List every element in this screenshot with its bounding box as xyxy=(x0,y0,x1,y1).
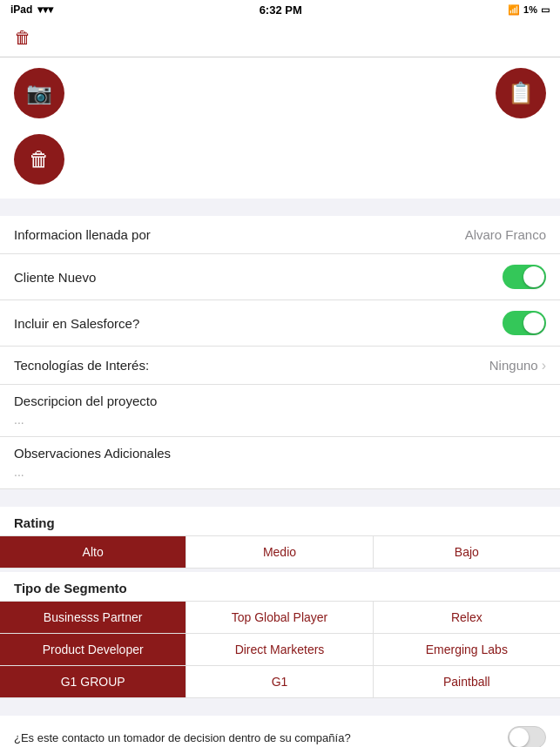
segmento-row2: Product Developer Direct Marketers Emerg… xyxy=(0,634,560,666)
info-label: Informacion llenada por xyxy=(14,227,151,242)
rating-grid: Alto Medio Bajo xyxy=(0,536,560,569)
camera-icon: 📷 xyxy=(26,81,52,105)
salesforce-label: Incluir en Salesforce? xyxy=(14,316,139,331)
battery-percent: 1% xyxy=(523,4,537,15)
action-area-row2: 🗑 xyxy=(0,129,560,199)
rating-title: Rating xyxy=(0,507,560,536)
segmento-row3: G1 GROUP G1 Paintball xyxy=(0,666,560,698)
status-left: iPad ▾▾▾ xyxy=(10,3,53,16)
status-time: 6:32 PM xyxy=(260,3,302,17)
trash-icon: 🗑 xyxy=(29,147,50,172)
descripcion-value: ... xyxy=(14,413,24,427)
notes-button[interactable]: 📋 xyxy=(496,68,546,118)
segmento-row1: Businesss Partner Top Global Player Rele… xyxy=(0,602,560,634)
cliente-toggle[interactable] xyxy=(503,265,546,289)
trash-button[interactable]: 🗑 xyxy=(14,134,64,185)
info-value: Alvaro Franco xyxy=(465,227,546,242)
camera-button[interactable]: 📷 xyxy=(14,68,64,118)
descripcion-label: Descripcion del proyecto xyxy=(14,394,546,408)
form-section: Informacion llenada por Alvaro Franco Cl… xyxy=(0,216,560,489)
rating-section: Rating Alto Medio Bajo xyxy=(0,507,560,569)
seg-top-global[interactable]: Top Global Player xyxy=(186,602,373,633)
salesforce-row: Incluir en Salesforce? xyxy=(0,300,560,347)
descripcion-row: Descripcion del proyecto ... xyxy=(0,385,560,437)
nav-trash-icon[interactable]: 🗑 xyxy=(10,26,35,50)
decision-label: ¿Es este contacto un tomador de decision… xyxy=(14,731,351,744)
seg-paintball[interactable]: Paintball xyxy=(374,666,560,697)
tecnologias-row[interactable]: Tecnologías de Interés: Ninguno › xyxy=(0,347,560,385)
status-bar: iPad ▾▾▾ 6:32 PM 📶 1% ▭ xyxy=(0,0,560,19)
carrier-label: iPad xyxy=(10,3,32,16)
decision-toggle[interactable] xyxy=(508,726,546,747)
bottom-section: ¿Es este contacto un tomador de decision… xyxy=(0,716,560,747)
battery-icon: ▭ xyxy=(541,4,550,16)
salesforce-toggle[interactable] xyxy=(503,311,546,335)
wifi-icon: ▾▾▾ xyxy=(37,3,53,16)
cliente-label: Cliente Nuevo xyxy=(14,270,96,285)
rating-medio[interactable]: Medio xyxy=(186,536,373,568)
seg-business-partner[interactable]: Businesss Partner xyxy=(0,602,186,633)
rating-alto[interactable]: Alto xyxy=(0,536,186,568)
nav-bar: 🗑 xyxy=(0,19,560,57)
cliente-row: Cliente Nuevo xyxy=(0,254,560,300)
rating-bajo[interactable]: Bajo xyxy=(374,536,560,568)
tecnologias-value: Ninguno xyxy=(489,358,538,373)
seg-emerging-labs[interactable]: Emerging Labs xyxy=(374,634,560,665)
segmento-section: Tipo de Segmento Businesss Partner Top G… xyxy=(0,572,560,698)
segmento-title: Tipo de Segmento xyxy=(0,572,560,602)
observaciones-value: ... xyxy=(14,465,24,479)
observaciones-row: Observaciones Adicionales ... xyxy=(0,437,560,489)
tecnologias-label: Tecnologías de Interés: xyxy=(14,358,149,373)
action-area-row1: 📷 📋 xyxy=(0,57,560,129)
notes-icon: 📋 xyxy=(508,81,534,105)
decision-row: ¿Es este contacto un tomador de decision… xyxy=(0,716,560,747)
seg-direct-marketers[interactable]: Direct Marketers xyxy=(186,634,373,665)
seg-g1-group[interactable]: G1 GROUP xyxy=(0,666,186,697)
tecnologias-chevron: › xyxy=(542,358,546,374)
info-row: Informacion llenada por Alvaro Franco xyxy=(0,216,560,254)
bluetooth-icon: 📶 xyxy=(508,4,520,16)
seg-g1[interactable]: G1 xyxy=(186,666,373,697)
seg-product-developer[interactable]: Product Developer xyxy=(0,634,186,665)
observaciones-label: Observaciones Adicionales xyxy=(14,446,546,461)
seg-relex[interactable]: Relex xyxy=(374,602,560,633)
status-right: 📶 1% ▭ xyxy=(508,4,550,16)
